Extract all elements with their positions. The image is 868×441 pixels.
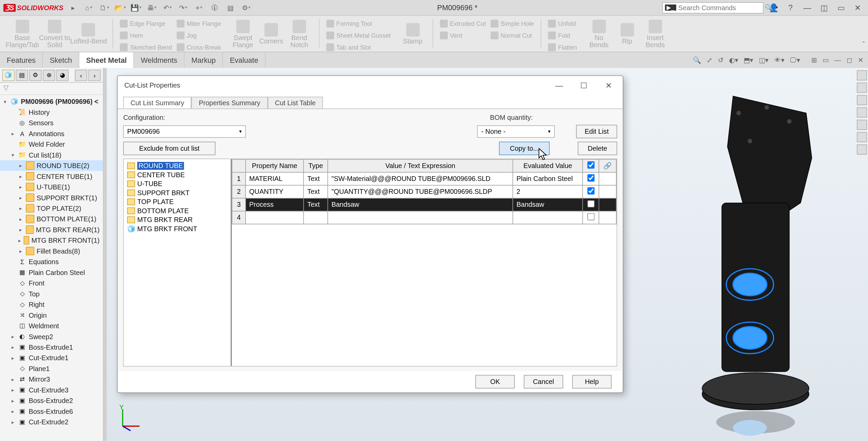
viewport-close-icon[interactable]: ✕ (858, 56, 864, 64)
property-check-cell[interactable] (583, 185, 599, 198)
property-name-cell[interactable]: MATERIAL (246, 172, 304, 185)
tree-item-top-plate-2-[interactable]: ▸TOP PLATE(2) (0, 203, 103, 214)
property-type-cell[interactable]: Text (304, 185, 328, 198)
tab-evaluate[interactable]: Evaluate (223, 52, 266, 68)
property-check-cell[interactable] (583, 198, 599, 211)
ribbon-rip[interactable]: Rip (613, 23, 641, 45)
previous-view-icon[interactable]: ↺ (718, 56, 724, 64)
property-value-cell[interactable]: "SW-Material@@@ROUND TUBE@PM009696.SLD (328, 172, 513, 185)
link-icon[interactable]: 🔗 (603, 162, 612, 170)
viewport-min-icon[interactable]: — (834, 56, 841, 64)
ribbon-corners[interactable]: Corners (257, 23, 285, 45)
tree-item-plane1[interactable]: ◇Plane1 (0, 363, 103, 374)
tree-filter[interactable]: ▽ (0, 82, 103, 95)
ribbon-collapse-icon[interactable]: ˆ (863, 17, 865, 51)
tree-item-sweep2[interactable]: ▸◐Sweep2 (0, 331, 103, 342)
ok-button[interactable]: OK (475, 375, 515, 389)
exclude-from-cut-list-button[interactable]: Exclude from cut list (123, 142, 216, 155)
view-orientation-icon[interactable]: ⬒▾ (744, 56, 753, 64)
cancel-button[interactable]: Cancel (524, 375, 563, 389)
tree-item-round-tube-2-[interactable]: ▸ROUND TUBE(2) (0, 160, 103, 171)
maximize-icon[interactable]: ▭ (834, 1, 848, 14)
edit-list-button[interactable]: Edit List (576, 125, 617, 139)
property-link-cell[interactable] (599, 185, 616, 198)
ribbon-tab-and-slot[interactable]: Tab and Slot (326, 43, 391, 51)
tab-weldments[interactable]: Weldments (134, 52, 185, 68)
ribbon-fold[interactable]: Fold (548, 32, 577, 39)
tab-features[interactable]: Features (0, 52, 43, 68)
ribbon-simple-hole[interactable]: Simple Hole (491, 20, 534, 27)
rebuild-icon[interactable]: 🛈 (209, 1, 221, 14)
help-icon[interactable]: ? (784, 1, 797, 14)
property-value-cell[interactable]: "QUANTITY@@@ROUND TUBE@PM009696.SLDP (328, 185, 513, 198)
tree-tab-feature-icon[interactable]: 🧊 (2, 70, 15, 81)
tree-nav-fwd-icon[interactable]: › (88, 70, 101, 81)
tree-item-cut-extrude2[interactable]: ▸▣Cut-Extrude2 (0, 417, 103, 427)
taskpane-view-palette-icon[interactable] (857, 107, 867, 117)
ribbon-cross-break[interactable]: Cross-Break (177, 43, 221, 51)
close-icon[interactable]: ✕ (851, 1, 865, 14)
copy-to-button[interactable]: Copy to... (499, 142, 550, 155)
new-icon[interactable]: 🗋 (98, 1, 110, 14)
taskpane-resources-icon[interactable] (857, 70, 867, 80)
tree-item-boss-extrude2[interactable]: ▸▣Boss-Extrude2 (0, 395, 103, 406)
ribbon-forming-tool[interactable]: Forming Tool (326, 20, 391, 27)
undo-icon[interactable]: ↶ (161, 1, 174, 14)
taskpane-file-explorer-icon[interactable] (857, 95, 867, 105)
home-icon[interactable]: ⌂ (83, 1, 95, 14)
menu-expand-icon[interactable]: ▸ (67, 1, 79, 14)
dialog-titlebar[interactable]: Cut-List Properties — ☐ ✕ (118, 76, 623, 95)
tree-item-front[interactable]: ◇Front (0, 278, 103, 288)
ribbon-unfold[interactable]: Unfold (548, 20, 577, 27)
tree-item-origin[interactable]: ⤭Origin (0, 310, 103, 320)
tree-item-equations[interactable]: ΣEquations (0, 256, 103, 267)
tree-item-annotations[interactable]: ▸AAnnotations (0, 128, 103, 139)
property-type-cell[interactable]: Text (304, 198, 328, 211)
property-link-cell[interactable] (599, 198, 616, 211)
taskpane-appearances-icon[interactable] (857, 120, 867, 130)
tree-item-mirror3[interactable]: ▸⇄Mirror3 (0, 374, 103, 384)
cutlist-item-round-tube[interactable]: ROUND TUBE (125, 161, 230, 170)
select-icon[interactable]: ⌖ (193, 1, 205, 14)
tab-sketch[interactable]: Sketch (43, 52, 79, 68)
cut-list-items[interactable]: ROUND TUBECENTER TUBEU-TUBESUPPORT BRKTT… (124, 159, 232, 366)
help-button[interactable]: Help (572, 375, 612, 389)
tree-tab-display-icon[interactable]: ◕ (56, 70, 69, 81)
tree-item-fillet-beads-8-[interactable]: ▸Fillet Beads(8) (0, 246, 103, 256)
tree-item-support-brkt-1-[interactable]: ▸SUPPORT BRKT(1) (0, 192, 103, 203)
tree-item-cut-extrude3[interactable]: ▸▣Cut-Extrude3 (0, 385, 103, 395)
property-value-cell[interactable]: Bandsaw (328, 198, 513, 211)
tree-item-boss-extrude1[interactable]: ▸▣Boss-Extrude1 (0, 342, 103, 352)
edit-appearance-icon[interactable]: 🖵▾ (790, 56, 800, 64)
property-row[interactable]: 4 (232, 211, 616, 224)
ribbon-normal-cut[interactable]: Normal Cut (491, 32, 534, 39)
property-check-cell[interactable] (583, 211, 599, 224)
dialog-tab-cut-list-table[interactable]: Cut List Table (268, 97, 323, 109)
minimize-icon[interactable]: — (800, 1, 814, 14)
feature-tree[interactable]: ▾🧊PM009696 (PM009696) <📜History◎Sensors▸… (0, 95, 103, 441)
search-input[interactable] (678, 4, 762, 12)
display-style-icon[interactable]: ◫▾ (759, 56, 768, 64)
cutlist-item-center-tube[interactable]: CENTER TUBE (125, 170, 230, 179)
redo-icon[interactable]: ↷ (177, 1, 189, 14)
cutlist-item-top-plate[interactable]: TOP PLATE (125, 197, 230, 206)
tab-markup[interactable]: Markup (184, 52, 223, 68)
ribbon-jog[interactable]: Jog (177, 32, 221, 39)
section-view-icon[interactable]: ◐▾ (729, 56, 738, 64)
property-check-cell[interactable] (583, 172, 599, 185)
ribbon-edge-flange[interactable]: Edge Flange (120, 20, 172, 27)
ribbon-lofted-bend[interactable]: Lofted-Bend (70, 23, 107, 45)
tree-item-u-tube-1-[interactable]: ▸U-TUBE(1) (0, 182, 103, 192)
hide-show-icon[interactable]: 👁▾ (774, 56, 784, 64)
zoom-area-icon[interactable]: ⤢ (707, 56, 712, 64)
tree-item-cut-list-18-[interactable]: ▾📁Cut list(18) (0, 149, 103, 160)
print-icon[interactable]: 🖶 (145, 1, 158, 14)
tree-item-top[interactable]: ◇Top (0, 289, 103, 299)
dialog-maximize-icon[interactable]: ☐ (577, 79, 591, 91)
property-row[interactable]: 2 QUANTITY Text "QUANTITY@@@ROUND TUBE@P… (232, 185, 616, 198)
property-type-cell[interactable] (304, 211, 328, 224)
ribbon-no[interactable]: NoBends (585, 19, 613, 48)
header-checkbox[interactable] (587, 161, 595, 169)
taskpane-custom-props-icon[interactable] (857, 132, 867, 142)
ribbon-stamp[interactable]: Stamp (398, 23, 427, 45)
